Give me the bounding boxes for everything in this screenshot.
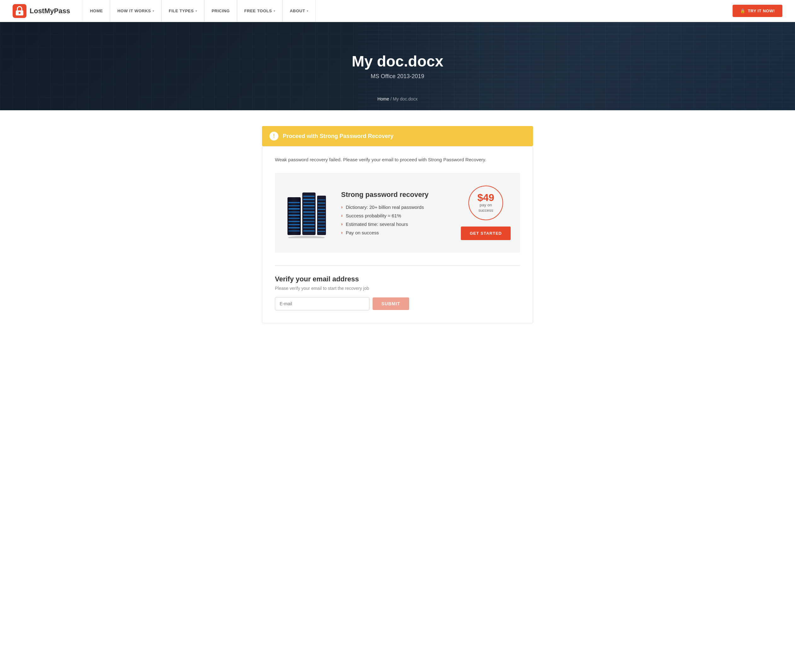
svg-rect-11 <box>289 221 300 222</box>
navbar: LostMyPass HOME HOW IT WORKS ▾ FILE TYPE… <box>0 0 795 22</box>
arrow-icon-4: › <box>341 230 343 235</box>
hero-title: My doc.docx <box>352 53 444 70</box>
alert-icon: ! <box>269 132 278 141</box>
chevron-down-icon-2: ▾ <box>196 10 197 13</box>
nav-item-file-types[interactable]: FILE TYPES ▾ <box>161 0 204 22</box>
svg-point-2 <box>19 12 21 14</box>
svg-rect-19 <box>303 205 314 206</box>
svg-rect-36 <box>318 221 325 222</box>
svg-rect-35 <box>318 218 325 219</box>
alert-banner: ! Proceed with Strong Password Recovery <box>262 126 533 146</box>
svg-rect-13 <box>289 227 300 229</box>
nav-label-home: HOME <box>90 8 103 13</box>
svg-rect-25 <box>303 224 314 225</box>
hero-section: My doc.docx MS Office 2013-2019 Home / M… <box>0 22 795 110</box>
get-started-button[interactable]: GET STARTED <box>461 227 511 240</box>
nav-item-free-tools[interactable]: FREE TOOLS ▾ <box>237 0 282 22</box>
info-icon: ! <box>273 133 274 139</box>
chevron-down-icon-3: ▾ <box>274 10 276 13</box>
verify-section: Verify your email address Please verify … <box>275 275 520 310</box>
nav-link-home[interactable]: HOME <box>83 0 110 22</box>
nav-label-file-types: FILE TYPES <box>169 8 194 13</box>
arrow-icon-3: › <box>341 221 343 227</box>
svg-rect-37 <box>318 225 325 226</box>
card-message: Weak password recovery failed. Please ve… <box>275 156 520 163</box>
nav-link-how-it-works[interactable]: HOW IT WORKS ▾ <box>110 0 161 22</box>
nav-label-about: ABOUT <box>290 8 305 13</box>
feature-text-1: Dictionary: 20+ billion real passwords <box>346 205 424 210</box>
verify-subtitle: Please verify your email to start the re… <box>275 286 520 291</box>
nav-item-how-it-works[interactable]: HOW IT WORKS ▾ <box>110 0 161 22</box>
svg-rect-38 <box>318 228 325 229</box>
svg-rect-31 <box>318 206 325 207</box>
verify-title: Verify your email address <box>275 275 520 283</box>
svg-rect-30 <box>318 203 325 203</box>
svg-rect-29 <box>318 199 325 200</box>
svg-rect-34 <box>318 215 325 216</box>
recovery-info: Strong password recovery › Dictionary: 2… <box>341 190 448 235</box>
feature-text-3: Estimated time: several hours <box>346 221 408 227</box>
svg-rect-17 <box>303 199 314 200</box>
svg-rect-18 <box>303 202 314 203</box>
feature-item-3: › Estimated time: several hours <box>341 221 448 227</box>
price-amount: $49 <box>477 192 494 203</box>
recovery-features: › Dictionary: 20+ billion real passwords… <box>341 205 448 235</box>
main-card: Weak password recovery failed. Please ve… <box>262 146 533 323</box>
recovery-box: Strong password recovery › Dictionary: 2… <box>275 173 520 253</box>
try-it-now-button[interactable]: 🔒 TRY IT NOW! <box>732 5 782 17</box>
svg-rect-26 <box>303 227 314 229</box>
nav-item-about[interactable]: ABOUT ▾ <box>282 0 316 22</box>
nav-link-pricing[interactable]: PRICING <box>204 0 237 22</box>
main-content: ! Proceed with Strong Password Recovery … <box>256 126 539 323</box>
chevron-down-icon: ▾ <box>152 10 154 13</box>
svg-point-40 <box>288 236 325 238</box>
nav-label-how-it-works: HOW IT WORKS <box>117 8 151 13</box>
email-input[interactable] <box>275 297 369 310</box>
hero-subtitle: MS Office 2013-2019 <box>352 73 444 80</box>
breadcrumb-current: My doc.docx <box>393 96 418 101</box>
feature-text-2: Success probability ≈ 61% <box>346 213 401 218</box>
alert-title: Proceed with Strong Password Recovery <box>283 133 393 139</box>
hero-content: My doc.docx MS Office 2013-2019 <box>352 53 444 80</box>
svg-rect-8 <box>289 211 300 213</box>
lock-icon: 🔒 <box>740 8 745 13</box>
section-divider <box>275 265 520 266</box>
brand-logo[interactable]: LostMyPass <box>13 4 70 18</box>
svg-rect-10 <box>289 218 300 219</box>
svg-rect-20 <box>303 208 314 210</box>
svg-rect-5 <box>289 202 300 203</box>
feature-item-2: › Success probability ≈ 61% <box>341 213 448 218</box>
svg-rect-12 <box>289 224 300 225</box>
server-towers-svg <box>286 188 327 238</box>
price-circle: $49 pay onsuccess <box>468 186 503 220</box>
verify-form: SUBMIT <box>275 297 520 310</box>
submit-button[interactable]: SUBMIT <box>373 298 409 310</box>
feature-text-4: Pay on success <box>346 230 379 235</box>
svg-rect-33 <box>318 212 325 213</box>
feature-item-1: › Dictionary: 20+ billion real passwords <box>341 205 448 210</box>
nav-item-pricing[interactable]: PRICING <box>204 0 237 22</box>
nav-link-free-tools[interactable]: FREE TOOLS ▾ <box>237 0 282 22</box>
svg-rect-7 <box>289 208 300 210</box>
svg-rect-23 <box>303 218 314 219</box>
svg-rect-24 <box>303 221 314 222</box>
breadcrumb: Home / My doc.docx <box>377 96 418 101</box>
breadcrumb-separator: / <box>390 96 391 101</box>
arrow-icon-2: › <box>341 213 343 218</box>
feature-item-4: › Pay on success <box>341 230 448 235</box>
brand-name: LostMyPass <box>30 7 70 15</box>
svg-rect-39 <box>318 231 325 232</box>
breadcrumb-home-link[interactable]: Home <box>377 96 389 101</box>
svg-rect-27 <box>303 230 314 232</box>
recovery-title: Strong password recovery <box>341 190 448 199</box>
brand-icon <box>13 4 26 18</box>
svg-rect-6 <box>289 205 300 206</box>
nav-link-about[interactable]: ABOUT ▾ <box>282 0 316 22</box>
nav-link-file-types[interactable]: FILE TYPES ▾ <box>161 0 204 22</box>
svg-rect-22 <box>303 214 314 216</box>
nav-label-free-tools: FREE TOOLS <box>244 8 272 13</box>
nav-label-pricing: PRICING <box>212 8 230 13</box>
nav-item-home[interactable]: HOME <box>83 0 110 22</box>
navbar-cta-area: 🔒 TRY IT NOW! <box>732 5 782 17</box>
svg-rect-14 <box>289 230 300 232</box>
